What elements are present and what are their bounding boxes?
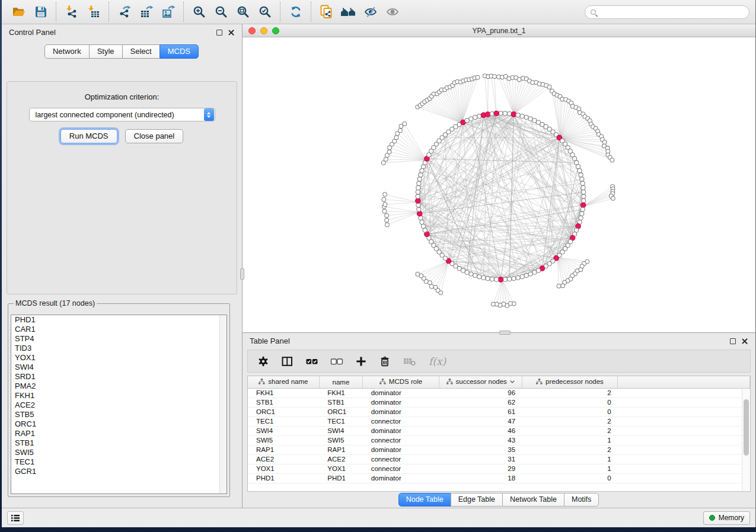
import-table-button[interactable] <box>82 2 104 21</box>
zoom-fit-button[interactable] <box>232 2 254 21</box>
table-row[interactable]: YOX1YOX1connector291 <box>248 464 750 473</box>
mcds-result-item[interactable]: ACE2 <box>11 400 227 410</box>
table-scrollbar-thumb[interactable] <box>744 399 749 456</box>
zoom-out-button[interactable] <box>210 2 232 21</box>
mcds-result-item[interactable]: CAR1 <box>11 325 227 334</box>
mcds-result-item[interactable]: FKH1 <box>11 391 227 400</box>
column-header-predecessor-nodes[interactable]: predecessor nodes <box>522 376 618 388</box>
eye-icon <box>385 5 400 19</box>
float-table-panel-icon[interactable] <box>730 338 736 344</box>
tab-select[interactable]: Select <box>122 44 160 59</box>
criterion-select-value: largest connected component (undirected) <box>30 111 204 119</box>
refresh-icon <box>289 5 303 19</box>
criterion-select[interactable]: largest connected component (undirected) <box>29 108 215 121</box>
refresh-button[interactable] <box>285 2 307 21</box>
columns-button[interactable] <box>281 355 294 367</box>
table-row[interactable]: SWI5SWI5connector431 <box>248 435 750 445</box>
column-header-shared-name[interactable]: shared name <box>248 376 319 388</box>
mcds-result-item[interactable]: TEC1 <box>11 457 227 467</box>
memory-button[interactable]: Memory <box>703 511 750 525</box>
column-header-successor-nodes[interactable]: successor nodes <box>439 376 522 388</box>
duplicate-network-button[interactable] <box>315 2 337 21</box>
delete-column-button[interactable] <box>379 355 391 367</box>
close-panel-button[interactable]: Close panel <box>125 129 184 143</box>
export-network-button[interactable] <box>113 2 135 21</box>
table-scrollbar-track[interactable] <box>742 389 749 491</box>
search-input[interactable] <box>599 8 744 16</box>
tab-network-table[interactable]: Network Table <box>502 493 564 507</box>
table-row[interactable]: STB1STB1dominator620 <box>248 398 750 407</box>
mcds-result-item[interactable]: PMA2 <box>11 382 227 391</box>
tab-mcds[interactable]: MCDS <box>160 44 199 59</box>
vertical-splitter-handle[interactable] <box>240 268 244 280</box>
status-menu-button[interactable] <box>7 511 24 525</box>
zoom-in-icon <box>192 5 206 19</box>
tab-edge-table[interactable]: Edge Table <box>451 493 503 507</box>
gear-button[interactable] <box>257 355 269 367</box>
mcds-result-item[interactable]: YOX1 <box>11 353 227 363</box>
mcds-result-item[interactable]: STP4 <box>11 334 227 344</box>
mcds-result-item[interactable]: PHD1 <box>11 315 227 325</box>
network-window-titlebar[interactable]: YPA_prune.txt_1 <box>243 24 755 37</box>
control-panel-tabs: NetworkStyleSelectMCDS <box>2 44 242 59</box>
export-image-button[interactable] <box>157 2 179 21</box>
table-row[interactable]: ACE2ACE2connector311 <box>248 454 750 464</box>
delete-table-button[interactable] <box>403 355 417 367</box>
show-networks-home-button[interactable] <box>337 2 359 21</box>
mcds-result-item[interactable]: RAP1 <box>11 429 227 438</box>
deselect-all-button[interactable] <box>330 355 343 367</box>
table-row[interactable]: TEC1TEC1connector472 <box>248 416 750 426</box>
close-panel-icon[interactable] <box>228 29 235 36</box>
zoom-selected-icon <box>258 5 272 19</box>
table-row[interactable]: ORC1ORC1dominator610 <box>248 407 750 416</box>
gear-icon <box>257 355 269 367</box>
add-column-button[interactable] <box>355 355 367 367</box>
mcds-result-item[interactable]: ORC1 <box>11 419 227 429</box>
close-table-panel-icon[interactable] <box>741 338 748 345</box>
float-panel-icon[interactable] <box>216 30 222 36</box>
network-canvas[interactable] <box>243 37 755 332</box>
mcds-result-list[interactable]: PHD1CAR1STP4TID3YOX1SWI4SRD1PMA2FKH1ACE2… <box>11 315 227 494</box>
zoom-in-button[interactable] <box>188 2 210 21</box>
mcds-result-item[interactable]: SWI5 <box>11 448 227 457</box>
open-file-button[interactable] <box>8 2 30 21</box>
import-network-button[interactable] <box>60 2 82 21</box>
zoom-selected-button[interactable] <box>254 2 276 21</box>
tab-network[interactable]: Network <box>44 44 90 59</box>
optimization-criterion-label: Optimization criterion: <box>85 92 160 101</box>
minimize-window-icon[interactable] <box>260 27 267 34</box>
mcds-result-item[interactable]: SWI4 <box>11 363 227 372</box>
table-row[interactable]: RAP1RAP1dominator352 <box>248 445 750 454</box>
maximize-window-icon[interactable] <box>272 27 279 34</box>
mcds-result-item[interactable]: STB1 <box>11 438 227 448</box>
network-graph[interactable] <box>243 37 755 332</box>
mcds-result-item[interactable]: STB5 <box>11 410 227 419</box>
mcds-result-item[interactable]: SRD1 <box>11 372 227 382</box>
table-row[interactable]: FKH1FKH1dominator962 <box>248 388 750 398</box>
table-row[interactable]: PHD1PHD1dominator180 <box>248 473 750 483</box>
tab-motifs[interactable]: Motifs <box>564 493 599 507</box>
plus-icon <box>355 355 367 367</box>
mcds-result-item[interactable]: TID3 <box>11 344 227 353</box>
save-session-button[interactable] <box>30 2 52 21</box>
eye-button[interactable] <box>381 2 403 21</box>
column-header-name[interactable]: name <box>319 376 362 388</box>
function-builder-button[interactable]: f(x) <box>429 355 446 367</box>
export-table-button[interactable] <box>135 2 157 21</box>
group-column-icon <box>536 379 543 384</box>
tab-node-table[interactable]: Node Table <box>398 493 451 507</box>
column-header-mcds-role[interactable]: MCDS role <box>363 376 439 388</box>
hide-eye-icon <box>363 5 378 19</box>
horizontal-splitter-handle[interactable] <box>499 331 511 335</box>
tab-style[interactable]: Style <box>89 44 123 59</box>
mcds-result-item[interactable]: GCR1 <box>11 467 227 476</box>
hide-eye-button[interactable] <box>359 2 381 21</box>
table-row[interactable]: SWI4SWI4dominator462 <box>248 426 750 435</box>
select-all-button[interactable] <box>305 355 318 367</box>
search-field[interactable] <box>585 5 749 19</box>
list-scrollbar-track[interactable] <box>219 315 227 493</box>
application-window: Control Panel NetworkStyleSelectMCDS Opt… <box>2 0 756 527</box>
list-menu-icon <box>11 514 20 523</box>
run-mcds-button[interactable]: Run MCDS <box>60 129 117 143</box>
close-window-icon[interactable] <box>248 27 256 34</box>
